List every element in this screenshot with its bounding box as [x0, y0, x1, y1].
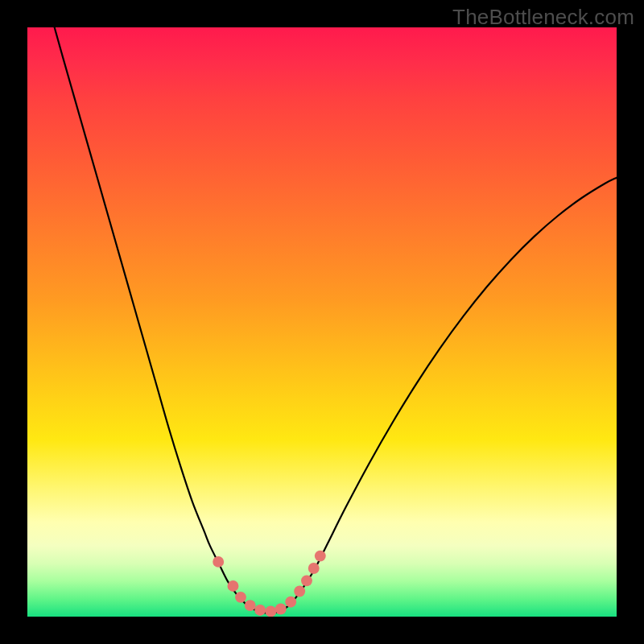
- curve-marker: [228, 580, 239, 592]
- curve-marker: [235, 592, 246, 603]
- plot-area: [27, 27, 617, 617]
- chart-svg: [27, 27, 617, 617]
- bottleneck-curve: [55, 27, 617, 613]
- curve-marker: [308, 563, 320, 574]
- curve-marker: [301, 575, 312, 586]
- curve-marker: [315, 551, 326, 562]
- curve-marker: [275, 604, 287, 615]
- watermark-text: TheBottleneck.com: [452, 5, 634, 30]
- curve-marker: [245, 600, 256, 611]
- curve-marker: [254, 605, 266, 616]
- outer-frame: TheBottleneck.com: [0, 0, 644, 644]
- curve-marker-group: [213, 551, 326, 617]
- curve-marker: [213, 556, 224, 568]
- curve-marker: [265, 605, 276, 617]
- curve-marker: [294, 586, 305, 597]
- curve-marker: [285, 597, 296, 608]
